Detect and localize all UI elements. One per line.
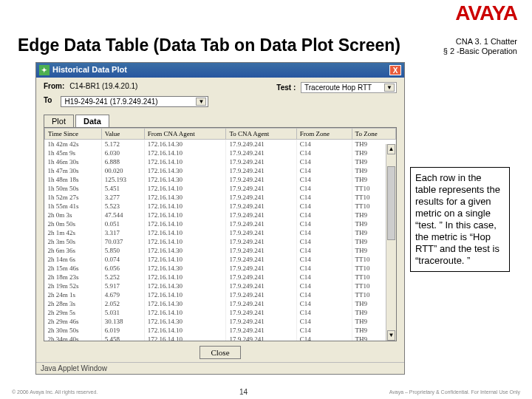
subtitle-line2: § 2 -Basic Operation	[443, 47, 517, 55]
table-row[interactable]: 1h 52m 27s3.277172.16.14.3017.9.249.241C…	[45, 193, 396, 202]
cell: 172.16.14.10	[144, 326, 226, 335]
table-row[interactable]: 1h 47m 30s00.020172.16.14.3017.9.249.241…	[45, 166, 396, 175]
cell: 17.9.249.241	[226, 264, 296, 273]
cell: 2h 29m 5s	[45, 308, 102, 317]
cell: 1h 46m 30s	[45, 157, 102, 166]
cell: 17.9.249.241	[226, 175, 296, 184]
col-to-zone[interactable]: To Zone	[352, 129, 395, 140]
cell: C14	[296, 175, 352, 184]
cell: 2h 14m 6s	[45, 255, 102, 264]
close-button[interactable]: Close	[200, 346, 240, 359]
scroll-down-icon[interactable]: ▼	[387, 330, 395, 341]
cell: 6.056	[101, 264, 144, 273]
cell: 172.16.14.30	[144, 317, 226, 326]
data-plot-window: ✦Historical Data Plot X From: C14-BR1 (1…	[35, 62, 405, 375]
table-row[interactable]: 2h 19m 52s5.917172.16.14.3017.9.249.241C…	[45, 282, 396, 290]
table-row[interactable]: 1h 50m 50s5.451172.16.14.1017.9.249.241C…	[45, 184, 396, 193]
cell: C14	[296, 264, 352, 273]
cell: 17.9.249.241	[226, 326, 296, 335]
to-label: To	[44, 96, 52, 107]
footer: © 2006 Avaya Inc. All rights reserved. 1…	[0, 388, 532, 396]
table-row[interactable]: 1h 55m 41s5.523172.16.14.1017.9.249.241C…	[45, 202, 396, 211]
cell: 5.917	[101, 282, 144, 290]
cell: 1h 47m 30s	[45, 166, 102, 175]
to-select[interactable]: H19-249-241 (17.9.249.241)	[61, 96, 208, 107]
scroll-up-icon[interactable]: ▲	[387, 144, 395, 154]
cell: 5.458	[101, 335, 144, 341]
table-row[interactable]: 1h 42m 42s5.172172.16.14.3017.9.249.241C…	[45, 140, 396, 149]
table-row[interactable]: 2h 29m 5s5.031172.16.14.1017.9.249.241C1…	[45, 308, 396, 317]
cell: 1h 52m 27s	[45, 193, 102, 202]
titlebar: ✦Historical Data Plot X	[36, 63, 404, 78]
table-row[interactable]: 2h 29m 46s30.138172.16.14.3017.9.249.241…	[45, 317, 396, 326]
close-icon[interactable]: X	[389, 65, 401, 75]
test-select[interactable]: Traceroute Hop RTT	[301, 82, 397, 93]
cell: 172.16.14.30	[144, 264, 226, 273]
table-row[interactable]: 2h 15m 46s6.056172.16.14.3017.9.249.241C…	[45, 264, 396, 273]
table-row[interactable]: 2h 6m 36s5.850172.16.14.3017.9.249.241C1…	[45, 246, 396, 255]
cell: 17.9.249.241	[226, 246, 296, 255]
test-label: Test :	[276, 83, 296, 92]
cell: 2h 1m 42s	[45, 228, 102, 237]
table-row[interactable]: 1h 46m 30s6.888172.16.14.1017.9.249.241C…	[45, 157, 396, 166]
window-icon: ✦	[39, 65, 50, 75]
cell: 2h 24m 1s	[45, 290, 102, 299]
cell: 17.9.249.241	[226, 166, 296, 175]
vertical-scrollbar[interactable]: ▲ ▼	[386, 144, 396, 341]
table-row[interactable]: 2h 0m 50s0.051172.16.14.1017.9.249.241C1…	[45, 219, 396, 228]
cell: 5.172	[101, 140, 144, 149]
cell: 172.16.14.10	[144, 228, 226, 237]
cell: 70.037	[101, 237, 144, 246]
tab-plot[interactable]: Plot	[44, 115, 74, 127]
cell: 1h 45m 9s	[45, 149, 102, 157]
cell: 172.16.14.10	[144, 308, 226, 317]
cell: 172.16.14.10	[144, 255, 226, 264]
table-row[interactable]: 1h 48m 18s125.193172.16.14.3017.9.249.24…	[45, 175, 396, 184]
cell: 17.9.249.241	[226, 184, 296, 193]
tab-bar: Plot Data	[44, 115, 404, 127]
cell: C14	[296, 273, 352, 282]
table-row[interactable]: 1h 45m 9s6.030172.16.14.1017.9.249.241C1…	[45, 149, 396, 157]
table-row[interactable]: 2h 3m 50s70.037172.16.14.1017.9.249.241C…	[45, 237, 396, 246]
col-to-agent[interactable]: To CNA Agent	[226, 129, 296, 140]
cell: C14	[296, 193, 352, 202]
table-row[interactable]: 2h 1m 42s3.317172.16.14.1017.9.249.241C1…	[45, 228, 396, 237]
cell: 30.138	[101, 317, 144, 326]
table-row[interactable]: 2h 34m 40s5.458172.16.14.1017.9.249.241C…	[45, 335, 396, 341]
cell: 2h 6m 36s	[45, 246, 102, 255]
cell: 17.9.249.241	[226, 157, 296, 166]
scroll-thumb[interactable]	[387, 166, 395, 240]
table-row[interactable]: 2h 28m 3s2.052172.16.14.3017.9.249.241C1…	[45, 299, 396, 308]
table-row[interactable]: 2h 24m 1s4.679172.16.14.1017.9.249.241C1…	[45, 290, 396, 299]
cell: C14	[296, 308, 352, 317]
col-time[interactable]: Time Since	[45, 129, 102, 140]
cell: 5.252	[101, 273, 144, 282]
cell: 5.031	[101, 308, 144, 317]
table-row[interactable]: 2h 18m 23s5.252172.16.14.1017.9.249.241C…	[45, 273, 396, 282]
cell: 172.16.14.10	[144, 184, 226, 193]
window-title: Historical Data Plot	[52, 65, 127, 74]
cell: 17.9.249.241	[226, 335, 296, 341]
cell: 2h 3m 50s	[45, 237, 102, 246]
cell: 1h 50m 50s	[45, 184, 102, 193]
table-row[interactable]: 2h 0m 3s47.544172.16.14.1017.9.249.241C1…	[45, 211, 396, 219]
page-number: 14	[239, 388, 248, 396]
cell: C14	[296, 140, 352, 149]
col-value[interactable]: Value	[101, 129, 144, 140]
cell: 172.16.14.10	[144, 219, 226, 228]
col-from-agent[interactable]: From CNA Agent	[144, 129, 226, 140]
copyright: © 2006 Avaya Inc. All rights reserved.	[12, 389, 98, 395]
data-table-wrap: Time Since Value From CNA Agent To CNA A…	[44, 127, 397, 341]
table-row[interactable]: 2h 30m 50s6.019172.16.14.1017.9.249.241C…	[45, 326, 396, 335]
cell: C14	[296, 282, 352, 290]
cell: 3.317	[101, 228, 144, 237]
cell: 172.16.14.10	[144, 273, 226, 282]
tab-data[interactable]: Data	[75, 115, 109, 127]
col-from-zone[interactable]: From Zone	[296, 129, 352, 140]
cell: 17.9.249.241	[226, 299, 296, 308]
cell: C14	[296, 299, 352, 308]
cell: 17.9.249.241	[226, 202, 296, 211]
cell: 17.9.249.241	[226, 219, 296, 228]
slide-title: Edge Data Table (Data Tab on Data Plot S…	[18, 35, 400, 55]
table-row[interactable]: 2h 14m 6s0.074172.16.14.1017.9.249.241C1…	[45, 255, 396, 264]
